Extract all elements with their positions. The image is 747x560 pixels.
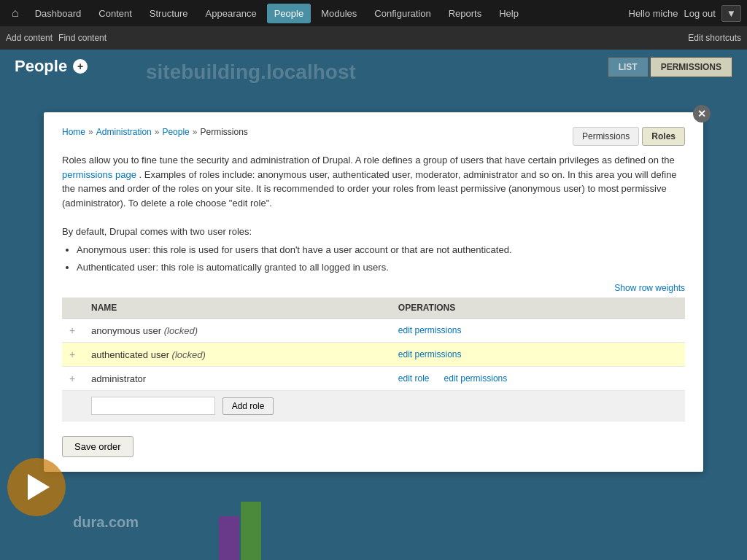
nav-dashboard[interactable]: Dashboard (28, 4, 89, 23)
page-tabs: LIST PERMISSIONS (608, 57, 732, 77)
col-name-header: NAME (84, 298, 391, 319)
play-circle (7, 458, 66, 516)
table-row: + administrator edit role edit permissio… (62, 367, 685, 391)
breadcrumb-sep-3: » (193, 127, 198, 137)
add-role-button[interactable]: Add role (222, 397, 274, 415)
nav-help[interactable]: Help (492, 4, 526, 23)
nav-structure[interactable]: Structure (142, 4, 196, 23)
edit-permissions-administrator[interactable]: edit permissions (444, 373, 508, 384)
new-role-input[interactable] (91, 397, 215, 415)
breadcrumb-home[interactable]: Home (62, 127, 85, 137)
edit-shortcuts-link[interactable]: Edit shortcuts (688, 33, 741, 43)
nav-right: Hello miche Log out ▼ (629, 5, 742, 22)
description-main: Roles allow you to fine tune the securit… (62, 155, 675, 166)
toolbar-left: Add content Find content (6, 33, 107, 43)
nav-content[interactable]: Content (91, 4, 139, 23)
roles-table: NAME OPERATIONS + anonymous user (locked… (62, 298, 685, 421)
drag-handle[interactable]: + (69, 373, 75, 384)
permissions-page-link[interactable]: permissions page (62, 169, 136, 180)
nav-modules[interactable]: Modules (314, 4, 364, 23)
play-icon (28, 474, 50, 500)
operations-authenticated: edit permissions (398, 349, 678, 359)
breadcrumb-sep-2: » (155, 127, 160, 137)
drag-handle[interactable]: + (69, 349, 75, 360)
col-drag (62, 298, 84, 319)
bg-bar-chart (219, 502, 261, 560)
top-navigation: ⌂ Dashboard Content Structure Appearance… (0, 0, 747, 26)
content-panel: ✕ Permissions Roles Home » Administratio… (44, 112, 703, 472)
breadcrumb-people[interactable]: People (162, 127, 189, 137)
edit-permissions-authenticated[interactable]: edit permissions (398, 349, 462, 359)
table-row: + anonymous user (locked) edit permissio… (62, 319, 685, 343)
close-button[interactable]: ✕ (693, 105, 711, 122)
bullet-authenticated: Authenticated user: this role is automat… (77, 260, 685, 275)
breadcrumb-sep-1: » (88, 127, 93, 137)
operations-anonymous: edit permissions (398, 325, 678, 335)
nav-configuration[interactable]: Configuration (367, 4, 438, 23)
tab-list[interactable]: LIST (608, 57, 649, 77)
edit-permissions-anonymous[interactable]: edit permissions (398, 325, 462, 335)
bullet-anonymous: Anonymous user: this role is used for us… (77, 243, 685, 257)
nav-reports[interactable]: Reports (441, 4, 489, 23)
role-name-administrator: administrator (84, 367, 391, 391)
drag-handle[interactable]: + (69, 324, 75, 336)
logout-link[interactable]: Log out (684, 8, 715, 19)
page-background: sitebuilding.localhost People + LIST PER… (0, 50, 747, 560)
show-row-weights-area: Show row weights (62, 283, 685, 293)
page-title: People (15, 57, 67, 76)
breadcrumb-admin[interactable]: Administration (96, 127, 152, 137)
role-name-anonymous: anonymous user (locked) (84, 319, 391, 343)
home-icon[interactable]: ⌂ (6, 2, 25, 24)
default-intro: By default, Drupal comes with two user r… (62, 225, 685, 239)
secondary-toolbar: Add content Find content Edit shortcuts (0, 26, 747, 50)
add-people-button[interactable]: + (73, 59, 88, 74)
role-name-authenticated: authenticated user (locked) (84, 343, 391, 367)
operations-administrator: edit role edit permissions (398, 373, 678, 384)
show-row-weights-link[interactable]: Show row weights (614, 283, 685, 293)
nav-people[interactable]: People (267, 4, 311, 23)
sub-tabs: Permissions Roles (573, 127, 685, 146)
breadcrumb-current: Permissions (200, 127, 247, 137)
sub-tab-permissions[interactable]: Permissions (573, 127, 639, 146)
description-rest: . Examples of roles include: anonymous u… (62, 169, 677, 209)
tab-permissions[interactable]: PERMISSIONS (650, 57, 732, 77)
sub-tab-roles[interactable]: Roles (642, 127, 685, 146)
locked-badge-anonymous: (locked) (164, 325, 198, 336)
nav-left: ⌂ Dashboard Content Structure Appearance… (6, 2, 526, 24)
table-header-row: NAME OPERATIONS (62, 298, 685, 319)
save-order-button[interactable]: Save order (62, 436, 133, 457)
locked-badge-authenticated: (locked) (172, 349, 206, 360)
find-content-link[interactable]: Find content (58, 33, 107, 43)
bg-text: dura.com (73, 514, 139, 531)
edit-role-administrator[interactable]: edit role (398, 373, 430, 384)
people-title-area: People + (15, 57, 88, 76)
col-operations-header: OPERATIONS (391, 298, 685, 319)
nav-dropdown-button[interactable]: ▼ (721, 5, 741, 22)
breadcrumb: Home » Administration » People » Permiss… (62, 127, 573, 137)
description-block: Roles allow you to fine tune the securit… (62, 153, 685, 274)
add-content-link[interactable]: Add content (6, 33, 53, 43)
hello-text: Hello miche (629, 8, 678, 19)
add-role-row: Add role (62, 391, 685, 421)
nav-appearance[interactable]: Appearance (198, 4, 264, 23)
table-row: + authenticated user (locked) edit permi… (62, 343, 685, 367)
